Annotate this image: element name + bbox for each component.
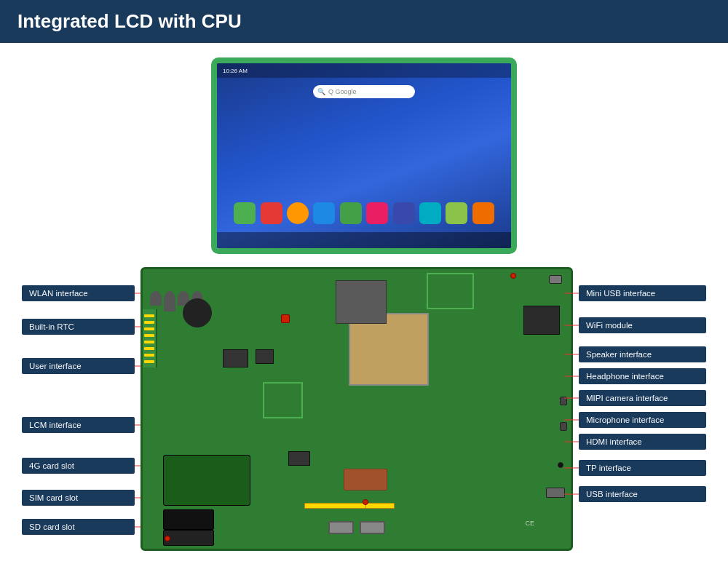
pcb-red-4 (363, 499, 368, 505)
pcb-sim-slot (163, 509, 214, 530)
label-user: User interface (22, 358, 135, 374)
pcb-red-2 (510, 273, 516, 279)
pcb-usb-ports (328, 521, 385, 534)
label-tp: TP interface (579, 460, 706, 476)
pcb-red-3 (165, 536, 170, 541)
pcb-red-1 (281, 314, 290, 323)
pcb-microphone (558, 462, 563, 468)
pcb-usb-port-2 (360, 521, 385, 534)
label-sim: SIM card slot (22, 490, 135, 506)
label-headphone: Headphone interface (579, 368, 706, 384)
lcd-screen: 10:26 AM 🔍 Q Google (211, 57, 517, 254)
pcb-medium-chip (336, 280, 387, 324)
label-4g: 4G card slot (22, 458, 135, 474)
label-microphone: Microphone interface (579, 412, 706, 428)
label-speaker: Speaker interface (579, 346, 706, 362)
board-section: WLAN interface Built-in RTC User interfa… (22, 267, 706, 551)
pcb-usb-port-1 (328, 521, 354, 534)
pcb-highlight-1 (263, 382, 303, 418)
pcb-thermal-pad (344, 469, 387, 490)
pcb-left-connector (143, 309, 157, 368)
label-mipi: MIPI camera interface (579, 390, 706, 406)
label-miniusb: Mini USB interface (579, 285, 706, 301)
pcb-ce-mark: CE (525, 520, 534, 527)
label-lcm: LCM interface (22, 417, 135, 433)
label-wifi: WiFi module (579, 317, 706, 333)
label-hdmi: HDMI interface (579, 434, 706, 450)
pcb-ic-1 (223, 349, 248, 368)
labels-left: WLAN interface Built-in RTC User interfa… (22, 267, 135, 538)
labels-right: Mini USB interface WiFi module Speaker i… (579, 267, 706, 505)
pcb-wifi-module (523, 306, 560, 335)
pcb-audio-jack-2 (560, 422, 567, 431)
label-usb: USB interface (579, 486, 706, 502)
pcb-inductor (183, 298, 212, 327)
pcb-board-wrapper: CE (141, 267, 573, 551)
pcb-fpc-connector-2 (365, 503, 395, 509)
page-title: Integrated LCD with CPU (17, 10, 242, 32)
pcb-ic-2 (256, 349, 274, 364)
pcb-board: CE (141, 267, 573, 551)
pcb-hdmi (546, 488, 565, 498)
pcb-fpc-connector-1 (304, 503, 370, 509)
search-text: Q Google (328, 88, 357, 95)
page-header: Integrated LCD with CPU (0, 0, 728, 43)
label-wlan: WLAN interface (22, 285, 135, 301)
pcb-ic-3 (288, 451, 310, 466)
pcb-main-chip (349, 313, 429, 386)
pcb-sd-slot (163, 530, 214, 546)
screen-section: 10:26 AM 🔍 Q Google (22, 57, 706, 254)
pcb-highlight-2 (427, 273, 474, 309)
label-sd: SD card slot (22, 519, 135, 535)
label-rtc: Built-in RTC (22, 319, 135, 335)
pcb-mini-usb (549, 275, 562, 284)
pcb-card-slot (163, 455, 250, 506)
